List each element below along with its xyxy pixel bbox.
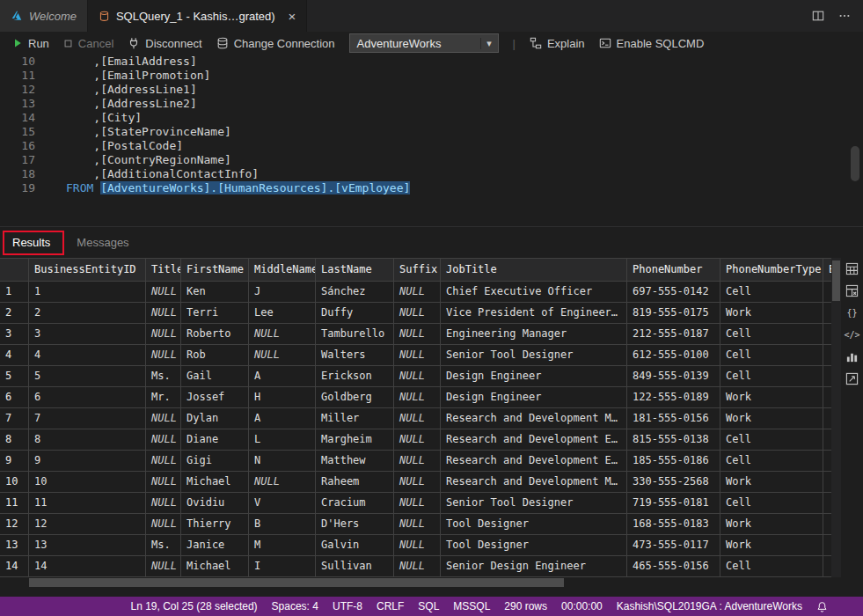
- grid-cell[interactable]: 330-555-2568: [627, 472, 720, 493]
- grid-cell[interactable]: Terri: [181, 303, 249, 324]
- grid-cell[interactable]: Senior Design Engineer: [441, 556, 627, 577]
- grid-cell[interactable]: NULL: [394, 451, 441, 472]
- grid-cell[interactable]: Sullivan: [316, 556, 394, 577]
- editor-line[interactable]: 11 ,[EmailPromotion]: [0, 69, 863, 83]
- grid-cell[interactable]: D'Hers: [316, 514, 394, 535]
- tab-welcome[interactable]: Welcome: [0, 0, 88, 32]
- grid-cell[interactable]: Work: [720, 387, 823, 408]
- column-header-businessentityid[interactable]: BusinessEntityID: [29, 259, 146, 282]
- column-header-suffix[interactable]: Suffix: [394, 259, 441, 282]
- status-connection[interactable]: Kashish\SQL2019GA : AdventureWorks: [617, 600, 802, 612]
- save-csv-icon[interactable]: [845, 260, 860, 276]
- save-xml-icon[interactable]: </>: [845, 326, 860, 342]
- grid-cell[interactable]: 5: [29, 366, 146, 387]
- editor-line[interactable]: 17 ,[CountryRegionName]: [0, 153, 863, 167]
- grid-cell[interactable]: 185-555-0186: [627, 451, 720, 472]
- grid-cell[interactable]: Work: [720, 472, 823, 493]
- grid-cell[interactable]: 181-555-0156: [627, 408, 720, 429]
- column-header-jobtitle[interactable]: JobTitle: [441, 259, 627, 282]
- grid-cell[interactable]: Cell: [720, 366, 823, 387]
- status-eol[interactable]: CRLF: [377, 600, 404, 612]
- grid-cell[interactable]: Cell: [720, 451, 823, 472]
- column-header-phonenumber[interactable]: PhoneNumber: [627, 259, 720, 282]
- grid-cell[interactable]: Ken: [181, 282, 249, 303]
- row-number[interactable]: 9: [0, 451, 29, 472]
- grid-cell[interactable]: Cell: [720, 556, 823, 577]
- grid-cell[interactable]: Ovidiu: [181, 493, 249, 514]
- grid-cell[interactable]: 4: [29, 345, 146, 366]
- grid-cell[interactable]: Dylan: [181, 408, 249, 429]
- editor-line-19[interactable]: 19 FROM [AdventureWorks].[HumanResources…: [0, 181, 863, 195]
- grid-cell[interactable]: Cell: [720, 493, 823, 514]
- grid-cell[interactable]: Galvin: [316, 535, 394, 556]
- grid-cell[interactable]: NULL: [146, 408, 181, 429]
- grid-cell[interactable]: NULL: [394, 472, 441, 493]
- grid-cell[interactable]: Tool Designer: [441, 514, 627, 535]
- grid-vertical-scrollbar[interactable]: [831, 258, 841, 577]
- editor-line[interactable]: 12 ,[AddressLine1]: [0, 83, 863, 97]
- grid-cell[interactable]: Research and Development E…: [441, 451, 627, 472]
- grid-cell[interactable]: Thierry: [181, 514, 249, 535]
- grid-cell[interactable]: NULL: [146, 556, 181, 577]
- grid-cell[interactable]: Cell: [720, 282, 823, 303]
- grid-cell[interactable]: Miller: [316, 408, 394, 429]
- grid-cell[interactable]: 849-555-0139: [627, 366, 720, 387]
- grid-cell[interactable]: Gigi: [181, 451, 249, 472]
- tab-results[interactable]: Results: [12, 236, 50, 249]
- grid-cell[interactable]: 815-555-0138: [627, 429, 720, 451]
- grid-cell[interactable]: Work: [720, 535, 823, 556]
- editor-line[interactable]: 13 ,[AddressLine2]: [0, 97, 863, 111]
- grid-cell[interactable]: NULL: [146, 429, 181, 451]
- grid-cell[interactable]: Design Engineer: [441, 366, 627, 387]
- grid-cell[interactable]: NULL: [249, 472, 316, 493]
- enable-sqlcmd-button[interactable]: Enable SQLCMD: [599, 37, 705, 50]
- row-number[interactable]: 7: [0, 408, 29, 429]
- grid-cell[interactable]: NULL: [394, 282, 441, 303]
- grid-cell[interactable]: Tamburello: [316, 324, 394, 345]
- tab-sqlquery[interactable]: SQLQuery_1 - Kashis…grated) ×: [88, 0, 307, 32]
- row-number[interactable]: 2: [0, 303, 29, 324]
- grid-cell[interactable]: [823, 493, 831, 514]
- grid-cell[interactable]: [823, 429, 831, 451]
- grid-cell[interactable]: NULL: [146, 514, 181, 535]
- grid-cell[interactable]: NULL: [394, 556, 441, 577]
- grid-cell[interactable]: Erickson: [316, 366, 394, 387]
- grid-cell[interactable]: I: [249, 556, 316, 577]
- grid-cell[interactable]: Work: [720, 514, 823, 535]
- grid-cell[interactable]: Sánchez: [316, 282, 394, 303]
- vertical-scroll-thumb[interactable]: [832, 260, 840, 301]
- grid-cell[interactable]: [823, 472, 831, 493]
- grid-cell[interactable]: 8: [29, 429, 146, 451]
- grid-cell[interactable]: NULL: [394, 366, 441, 387]
- status-encoding[interactable]: UTF-8: [333, 600, 362, 612]
- editor-vertical-scrollbar[interactable]: [851, 146, 859, 181]
- grid-cell[interactable]: 1: [29, 282, 146, 303]
- database-dropdown[interactable]: AdventureWorks ▾: [349, 33, 499, 53]
- grid-cell[interactable]: NULL: [394, 324, 441, 345]
- status-indentation[interactable]: Spaces: 4: [272, 600, 318, 612]
- grid-cell[interactable]: NULL: [394, 408, 441, 429]
- grid-cell[interactable]: Janice: [181, 535, 249, 556]
- grid-cell[interactable]: [823, 408, 831, 429]
- grid-cell[interactable]: Senior Tool Designer: [441, 345, 627, 366]
- row-number[interactable]: 8: [0, 429, 29, 451]
- status-query-time[interactable]: 00:00:00: [561, 600, 603, 612]
- grid-cell[interactable]: Cell: [720, 345, 823, 366]
- status-provider[interactable]: MSSQL: [453, 600, 490, 612]
- grid-cell[interactable]: NULL: [394, 493, 441, 514]
- grid-cell[interactable]: Mr.: [146, 387, 181, 408]
- grid-horizontal-scrollbar[interactable]: [0, 577, 831, 588]
- explain-button[interactable]: Explain: [530, 37, 585, 50]
- status-cursor-position[interactable]: Ln 19, Col 25 (28 selected): [131, 600, 258, 612]
- grid-cell[interactable]: Design Engineer: [441, 387, 627, 408]
- grid-cell[interactable]: NULL: [394, 514, 441, 535]
- grid-cell[interactable]: 7: [29, 408, 146, 429]
- tab-messages[interactable]: Messages: [77, 236, 128, 249]
- grid-cell[interactable]: H: [249, 387, 316, 408]
- close-icon[interactable]: ×: [289, 10, 296, 23]
- grid-cell[interactable]: Lee: [249, 303, 316, 324]
- row-number[interactable]: 6: [0, 387, 29, 408]
- grid-cell[interactable]: 719-555-0181: [627, 493, 720, 514]
- grid-cell[interactable]: NULL: [146, 282, 181, 303]
- grid-cell[interactable]: 14: [29, 556, 146, 577]
